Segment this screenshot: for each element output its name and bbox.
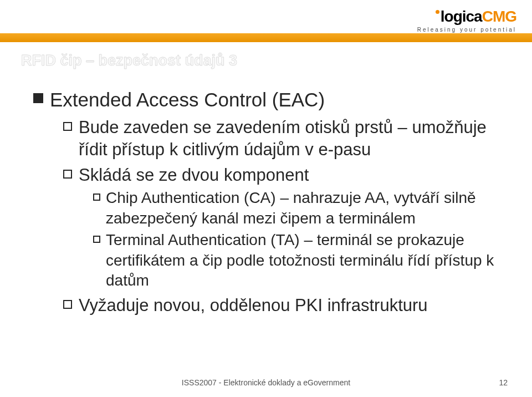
open-square-bullet-icon xyxy=(93,194,100,201)
header-divider-bar xyxy=(0,33,532,42)
bullet-level1: Extended Access Control (EAC) xyxy=(33,88,504,112)
logo-dot-icon xyxy=(436,10,439,14)
bullet-level2: Skládá se ze dvou komponent xyxy=(63,164,504,186)
logo-text-primary: logica xyxy=(441,8,482,26)
open-square-bullet-icon xyxy=(63,122,72,131)
bullet-text: Skládá se ze dvou komponent xyxy=(79,164,309,186)
open-square-bullet-icon xyxy=(93,236,100,243)
slide-body: Extended Access Control (EAC) Bude zaved… xyxy=(33,88,504,318)
footer-text: ISSS2007 - Elektronické doklady a eGover… xyxy=(182,378,350,387)
bullet-level3: Terminal Authentication (TA) – terminál … xyxy=(93,230,504,292)
logo-text-secondary: CMG xyxy=(482,8,516,26)
slide: { "brand": { "logo_black": "logica", "lo… xyxy=(0,0,532,397)
slide-footer: ISSS2007 - Elektronické doklady a eGover… xyxy=(0,378,532,387)
bullet-text: Extended Access Control (EAC) xyxy=(50,88,325,112)
page-number: 12 xyxy=(499,378,508,387)
bullet-text: Chip Authentication (CA) – nahrazuje AA,… xyxy=(106,188,504,229)
bullet-level2: Vyžaduje novou, oddělenou PKI infrastruk… xyxy=(63,294,504,317)
open-square-bullet-icon xyxy=(63,170,72,179)
brand-tagline: Releasing your potential xyxy=(417,27,516,33)
bullet-level2: Bude zaveden se zavedením otisků prstů –… xyxy=(63,116,504,161)
bullet-text: Bude zaveden se zavedením otisků prstů –… xyxy=(79,116,504,161)
bullet-text: Terminal Authentication (TA) – terminál … xyxy=(106,230,504,292)
slide-title: RFID čip – bezpečnost údajů 3 xyxy=(21,52,237,69)
brand-logo: logica CMG Releasing your potential xyxy=(417,8,516,33)
square-bullet-icon xyxy=(33,93,43,103)
open-square-bullet-icon xyxy=(63,300,72,309)
bullet-text: Vyžaduje novou, oddělenou PKI infrastruk… xyxy=(79,294,428,317)
bullet-level3: Chip Authentication (CA) – nahrazuje AA,… xyxy=(93,188,504,229)
